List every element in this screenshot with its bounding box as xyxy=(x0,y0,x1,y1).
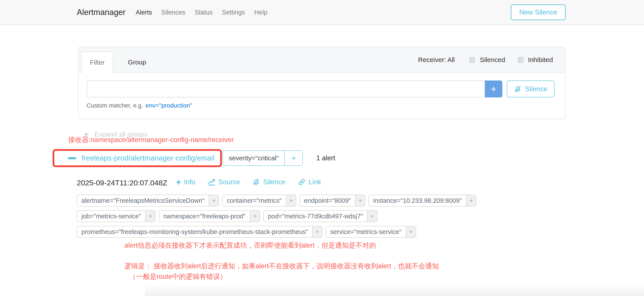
bell-slash-icon xyxy=(514,85,522,93)
tab-group[interactable]: Group xyxy=(120,52,154,72)
receiver-group-toggle[interactable]: freeleaps-prod/alertmanager-config/email xyxy=(68,154,214,162)
alert-actions: +InfoSourceSilenceLink xyxy=(176,177,321,187)
alert-label-tag: namespace="freeleaps-prod"+ xyxy=(158,210,260,222)
new-silence-button[interactable]: New Silence xyxy=(511,4,566,20)
annotation-logic-note-line2: （一般是route中的逻辑有错误） xyxy=(129,272,227,281)
tab-filter[interactable]: Filter xyxy=(81,52,113,73)
matcher-example-link[interactable]: env="production" xyxy=(146,102,192,109)
alert-labels-row: prometheus="freeleaps-monitoring-system/… xyxy=(77,226,416,238)
plus-icon: + xyxy=(176,178,181,186)
nav-item-alerts[interactable]: Alerts xyxy=(136,9,152,16)
bell-slash-icon xyxy=(252,178,260,186)
alert-label-tag: alertname="FreeleapsMetricsServiceDown"+ xyxy=(77,194,219,206)
alert-label-tag: prometheus="freeleaps-monitoring-system/… xyxy=(77,226,322,238)
silence-button-label: Silence xyxy=(525,85,548,93)
add-label-filter-button[interactable]: + xyxy=(368,210,378,222)
matcher-input[interactable] xyxy=(87,80,485,98)
matcher-input-group: + xyxy=(87,80,502,98)
minus-icon xyxy=(68,157,76,159)
silenced-label[interactable]: Silenced xyxy=(480,56,505,64)
alert-action-label: Info xyxy=(184,178,195,186)
annotation-alert-note: alert信息必须在接收器下才表示配置成功，否则即使能看到alert，但是通知是… xyxy=(124,241,376,250)
alert-label-value[interactable]: job="metrics-service" xyxy=(77,210,146,222)
main-nav: AlertsSilencesStatusSettingsHelp xyxy=(136,9,267,16)
alert-label-tag: service="metrics-service"+ xyxy=(326,226,416,238)
page: Alertmanager AlertsSilencesStatusSetting… xyxy=(0,0,644,296)
alert-label-value[interactable]: service="metrics-service" xyxy=(326,226,406,238)
add-label-filter-button[interactable]: + xyxy=(312,226,322,238)
group-matcher-severity[interactable]: severity="critical" xyxy=(223,151,284,165)
alert-action-label: Link xyxy=(308,178,321,186)
link-icon xyxy=(298,178,306,186)
inhibited-label[interactable]: Inhibited xyxy=(528,56,553,64)
receiver-filter[interactable]: Receiver: All xyxy=(418,56,455,64)
chart-icon xyxy=(208,178,216,186)
alert-count: 1 alert xyxy=(316,150,335,166)
alert-labels-row: job="metrics-service"+namespace="freelea… xyxy=(77,210,378,222)
alert-action-silence[interactable]: Silence xyxy=(252,178,286,186)
top-navbar: Alertmanager AlertsSilencesStatusSetting… xyxy=(0,0,644,25)
alert-labels-row: alertname="FreeleapsMetricsServiceDown"+… xyxy=(77,194,476,206)
alert-action-label: Source xyxy=(218,178,240,186)
nav-item-help[interactable]: Help xyxy=(254,9,268,16)
alert-label-value[interactable]: namespace="freeleaps-prod" xyxy=(158,210,250,222)
alert-label-value[interactable]: container="metrics" xyxy=(222,194,286,206)
alert-label-value[interactable]: instance="10.233.98.209:8009" xyxy=(368,194,466,206)
matcher-hint: Custom matcher, e.g.env="production" xyxy=(87,102,565,109)
alert-label-tag: pod="metrics-77d9cdb497-wdsj7"+ xyxy=(263,210,378,222)
alert-label-tag: instance="10.233.98.209:8009"+ xyxy=(368,194,476,206)
inhibited-checkbox[interactable] xyxy=(518,57,524,63)
alert-label-tag: endpoint="8009"+ xyxy=(299,194,365,206)
add-label-filter-button[interactable]: + xyxy=(286,194,296,206)
annotation-logic-note-line1: 逻辑是： 接收器收到alert后进行通知，如果alert不在接收器下，说明接收器… xyxy=(124,262,439,270)
add-label-filter-button[interactable]: + xyxy=(146,210,156,222)
filter-card: Filter Group Receiver: All Silenced Inhi… xyxy=(78,46,565,119)
hint-text: Custom matcher, e.g. xyxy=(87,102,143,109)
alert-label-tag: container="metrics"+ xyxy=(222,194,296,206)
silence-button[interactable]: Silence xyxy=(507,80,554,98)
alert-action-link[interactable]: Link xyxy=(298,178,321,186)
filter-card-header: Filter Group Receiver: All Silenced Inhi… xyxy=(78,47,565,72)
alert-action-label: Silence xyxy=(263,178,286,186)
alert-label-value[interactable]: alertname="FreeleapsMetricsServiceDown" xyxy=(77,194,209,206)
silenced-checkbox[interactable] xyxy=(469,57,475,63)
add-label-filter-button[interactable]: + xyxy=(250,210,260,222)
add-filter-button[interactable]: + xyxy=(485,80,502,98)
alert-label-value[interactable]: prometheus="freeleaps-monitoring-system/… xyxy=(77,226,312,238)
nav-item-settings[interactable]: Settings xyxy=(222,9,245,16)
alert-label-tag: job="metrics-service"+ xyxy=(77,210,156,222)
group-matcher-group: severity="critical" + xyxy=(222,150,303,166)
alert-timestamp: 2025-09-24T11:20:07.048Z xyxy=(77,178,167,187)
add-label-filter-button[interactable]: + xyxy=(406,226,416,238)
add-label-filter-button[interactable]: + xyxy=(209,194,219,206)
annotation-receiver-note: 接收器:namespace/altermanager-config-name/r… xyxy=(68,136,234,144)
alert-action-info[interactable]: +Info xyxy=(176,178,195,186)
receiver-group-label: freeleaps-prod/alertmanager-config/email xyxy=(82,154,214,162)
header-controls: Receiver: All Silenced Inhibited xyxy=(418,47,553,72)
alert-label-value[interactable]: pod="metrics-77d9cdb497-wdsj7" xyxy=(263,210,368,222)
filter-card-body: + Silence Custom matcher, e.g.env="produ… xyxy=(78,72,565,109)
alert-action-source[interactable]: Source xyxy=(208,178,240,186)
nav-item-status[interactable]: Status xyxy=(195,9,213,16)
bottom-shade xyxy=(145,284,644,296)
alert-label-value[interactable]: endpoint="8009" xyxy=(299,194,356,206)
app-brand[interactable]: Alertmanager xyxy=(77,8,126,17)
group-add-matcher-button[interactable]: + xyxy=(284,151,302,165)
annotation-red-box: freeleaps-prod/alertmanager-config/email xyxy=(52,149,222,167)
nav-item-silences[interactable]: Silences xyxy=(161,9,186,16)
add-label-filter-button[interactable]: + xyxy=(466,194,476,206)
add-label-filter-button[interactable]: + xyxy=(356,194,365,206)
